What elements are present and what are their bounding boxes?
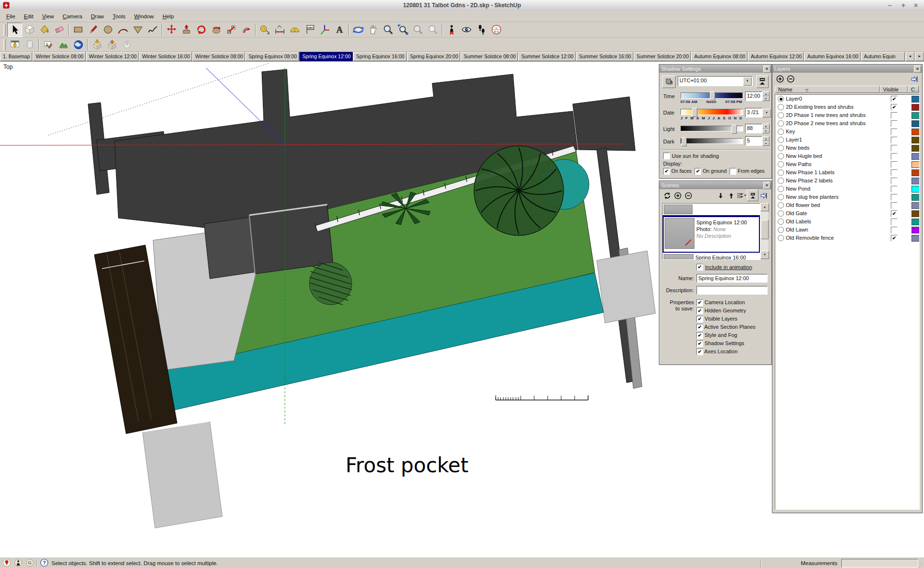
scene-tab-16[interactable]: Autumn Equinox 16:00	[804, 52, 860, 61]
polygon-tool-button[interactable]	[130, 23, 145, 37]
rectangle-tool-button[interactable]	[71, 23, 86, 37]
zoom-window-tool-button[interactable]	[396, 23, 411, 37]
column-header-color[interactable]: C...	[908, 86, 919, 93]
layer-row-old-removble-fence[interactable]: Old Removble fence✔	[775, 234, 919, 242]
layer-color-swatch[interactable]	[911, 104, 920, 111]
resize-grip[interactable]: ⋰	[918, 563, 923, 568]
layer-visible-checkbox[interactable]	[891, 129, 898, 135]
right-gray-pad[interactable]	[597, 251, 655, 323]
scene-list[interactable]: Spring Equinox 12:00 Photo: None No Desc…	[662, 203, 760, 260]
minimize-button[interactable]: –	[884, 0, 896, 11]
layer-color-swatch[interactable]	[911, 202, 920, 209]
layer-current-radio[interactable]	[778, 227, 784, 233]
scene-tab-7[interactable]: Spring Equinox 12:00	[299, 52, 353, 61]
layer-current-radio[interactable]	[778, 169, 784, 176]
scene-tab-1[interactable]: 1. Basemap	[0, 52, 32, 61]
layer-color-swatch[interactable]	[911, 153, 920, 160]
circle-tool-button[interactable]	[101, 23, 116, 37]
layer-color-swatch[interactable]	[911, 129, 920, 135]
scene-thumbnail-next[interactable]	[664, 254, 693, 260]
follow-me-tool-button[interactable]	[209, 23, 224, 37]
layer-visible-checkbox[interactable]	[891, 194, 898, 201]
look-around-tool-button[interactable]	[459, 23, 474, 37]
layer-color-swatch[interactable]	[911, 161, 920, 168]
shadow-close-icon[interactable]: ×	[763, 65, 770, 73]
scene-thumbnail[interactable]	[665, 218, 694, 249]
preview-in-google-earth-tool-button[interactable]	[71, 38, 86, 52]
layer-color-swatch[interactable]	[911, 96, 920, 103]
dimensions-tool-button[interactable]	[272, 23, 287, 37]
share-models-tool-button[interactable]	[104, 38, 119, 52]
use-sun-checkbox[interactable]	[663, 153, 670, 159]
shed-box[interactable]	[249, 205, 333, 274]
layer-current-radio[interactable]	[778, 202, 784, 208]
offset-tool-button[interactable]	[239, 23, 254, 37]
layer-current-radio[interactable]	[778, 178, 784, 184]
layers-panel-menu-button[interactable]	[909, 74, 920, 84]
frost-pocket-annotation[interactable]: Frost pocket	[346, 453, 468, 477]
layer-visible-checkbox[interactable]	[891, 169, 898, 176]
time-input[interactable]: 12:00	[745, 91, 762, 101]
roof-right-block[interactable]	[573, 97, 635, 151]
light-input[interactable]: 88	[745, 124, 762, 133]
layer-row-old-lawn[interactable]: Old Lawn	[775, 226, 919, 234]
time-slider[interactable]	[680, 92, 743, 99]
scroll-up-icon[interactable]: ▲	[760, 203, 769, 211]
menu-edit[interactable]: Edit	[20, 12, 38, 21]
make-component-tool-button[interactable]	[22, 23, 37, 37]
scene-tab-13[interactable]: Summer Solstice 20:00	[634, 52, 691, 61]
layer-current-radio[interactable]	[778, 145, 784, 151]
move-tool-button[interactable]	[164, 23, 179, 37]
scenes-close-icon[interactable]: ×	[763, 182, 770, 189]
layer-visible-checkbox[interactable]	[891, 178, 898, 184]
column-header-visible[interactable]: Visible	[880, 86, 908, 93]
scenes-panel-menu-button[interactable]	[758, 190, 769, 201]
layer-visible-checkbox[interactable]	[891, 161, 898, 168]
layer-row-old-flower-bed[interactable]: Old flower bed	[775, 201, 919, 209]
layer-row-new-beds[interactable]: New beds	[775, 144, 919, 152]
position-camera-tool-button[interactable]	[444, 23, 459, 37]
scene-tab-3[interactable]: Winter Solstice 12:00	[86, 52, 139, 61]
zoom-next-tool-button[interactable]	[425, 23, 440, 37]
layer-visible-checkbox[interactable]: ✔	[891, 210, 898, 217]
light-slider[interactable]	[680, 126, 743, 131]
layer-color-swatch[interactable]	[911, 227, 920, 233]
add-new-building-tool-button[interactable]	[22, 38, 37, 52]
zoom-previous-tool-button[interactable]	[411, 23, 425, 37]
delete-layer-button[interactable]	[785, 74, 796, 84]
protractor-tool-button[interactable]	[287, 23, 302, 37]
layer-row-new-pond[interactable]: New Pond	[775, 185, 919, 193]
get-models-tool-button[interactable]	[90, 38, 104, 52]
dark-slider-thumb[interactable]	[681, 137, 687, 146]
scene-tab-4[interactable]: Winter Solstice 16:00	[139, 52, 192, 61]
scene-tab-12[interactable]: Summer Solstice 16:00	[576, 52, 633, 61]
layer-visible-checkbox[interactable]	[891, 145, 898, 152]
menu-help[interactable]: Help	[158, 12, 179, 21]
layer-color-swatch[interactable]	[911, 235, 920, 242]
toggle-terrain-tool-button[interactable]	[56, 38, 71, 52]
light-spinner[interactable]: ▲▼	[762, 124, 770, 132]
layers-titlebar[interactable]: Layers ×	[772, 65, 922, 73]
property-camera-location[interactable]: ✔ Camera Location	[696, 299, 756, 308]
garage-box[interactable]	[204, 217, 256, 279]
large-tree[interactable]	[474, 146, 564, 235]
zoom-tool-button[interactable]	[381, 23, 396, 37]
layer-color-swatch[interactable]	[911, 194, 920, 201]
layer-color-swatch[interactable]	[911, 120, 920, 127]
layer-color-swatch[interactable]	[911, 210, 920, 217]
claim-location-button[interactable]	[14, 558, 23, 568]
scroll-thumb[interactable]	[761, 220, 769, 239]
push-pull-tool-button[interactable]	[179, 23, 194, 37]
layer-visible-checkbox[interactable]: ✔	[891, 104, 898, 111]
layer-current-radio[interactable]	[778, 161, 784, 168]
scene-tab-9[interactable]: Spring Equinox 20:00	[407, 52, 461, 61]
layer-visible-checkbox[interactable]	[891, 120, 898, 127]
concrete-pad[interactable]	[142, 421, 222, 528]
measurements-input[interactable]	[841, 559, 918, 568]
pan-tool-button[interactable]	[366, 23, 381, 37]
walk-tool-button[interactable]	[474, 23, 489, 37]
scene-tab-14[interactable]: Autumn Equinox 08:00	[691, 52, 747, 61]
scene-tab-5[interactable]: Winter Solstice 08:00	[192, 52, 245, 61]
layer-visible-checkbox[interactable]	[891, 227, 898, 233]
layer-row-old-gate[interactable]: Old Gate✔	[775, 209, 919, 218]
